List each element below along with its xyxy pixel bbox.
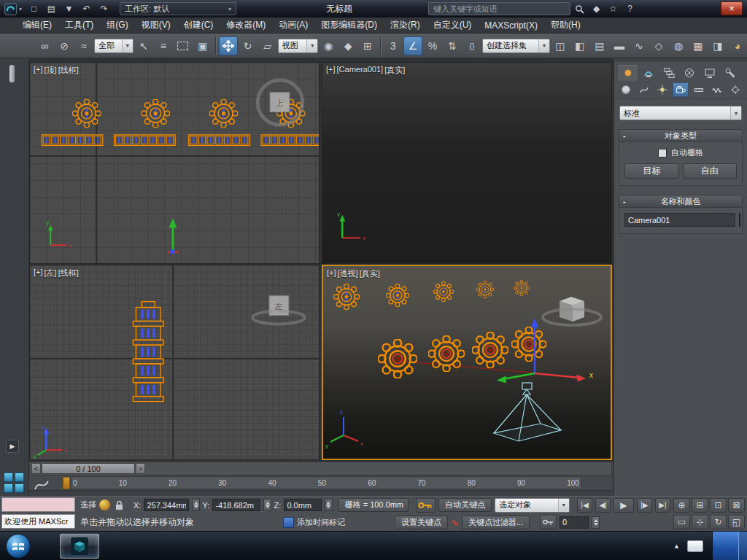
zoom-extents-all-icon[interactable]: ⊠	[728, 498, 745, 513]
category-helpers-icon[interactable]	[690, 82, 707, 97]
x-spinner[interactable]	[192, 499, 199, 511]
filmstrip-object[interactable]	[114, 135, 175, 146]
viewport-pov-button[interactable]: [Camera001]	[337, 65, 384, 76]
object-name-input[interactable]	[624, 213, 735, 227]
rendered-frame-window-icon[interactable]: ◨	[708, 36, 727, 55]
play-animation-button[interactable]: ▶	[614, 498, 634, 513]
rosette-object[interactable]	[333, 284, 359, 309]
key-mode-toggle-icon[interactable]	[540, 515, 557, 529]
track-bar-ruler[interactable]: 0 10 20 30 40 50 60 70 80 90 100	[71, 476, 581, 489]
align-icon[interactable]: ◧	[570, 36, 589, 55]
zoom-region-icon[interactable]: ▭	[673, 515, 690, 529]
selected-filter-dropdown[interactable]: 选定对象 ▾	[495, 498, 570, 513]
keyboard-override-icon[interactable]: ⊞	[358, 36, 377, 55]
menu-item-animation[interactable]: 动画(A)	[272, 17, 314, 34]
category-cameras-icon[interactable]	[673, 82, 689, 97]
sign-in-icon[interactable]: ◆	[589, 1, 604, 16]
camera-object[interactable]	[494, 383, 561, 441]
viewcube[interactable]: 上	[258, 80, 303, 125]
rosette-object[interactable]	[386, 284, 409, 306]
viewport-left[interactable]: 左 z x y [+] [左] [线框]	[29, 265, 320, 460]
viewport-left-canvas[interactable]: 左 z x y	[30, 265, 319, 459]
move-gizmo[interactable]: x	[497, 318, 593, 384]
viewport-camera-canvas[interactable]: y x	[322, 63, 611, 263]
show-hidden-icons-icon[interactable]: ▲	[673, 542, 680, 550]
menu-item-edit[interactable]: 编辑(E)	[16, 17, 58, 34]
start-button[interactable]	[6, 534, 31, 559]
select-and-link-icon[interactable]: ∞	[35, 36, 54, 55]
set-keys-button[interactable]	[416, 498, 436, 513]
time-slider-handle[interactable]: 0 / 100	[42, 463, 135, 474]
viewport-shading-button[interactable]: [线框]	[58, 65, 79, 76]
viewport-menu-button[interactable]: [+]	[326, 65, 336, 76]
viewport-top[interactable]: 上 y x [+] [顶] [线框]	[29, 62, 320, 264]
toolbar-grip[interactable]	[9, 65, 15, 82]
maxscript-mini-listener-input[interactable]	[1, 497, 75, 512]
viewcube[interactable]: 左	[252, 296, 304, 324]
viewport-top-canvas[interactable]: 上 y x	[30, 63, 319, 263]
infocenter-search-input[interactable]	[428, 2, 570, 15]
viewport-pov-button[interactable]: [左]	[44, 268, 57, 279]
tab-utilities[interactable]	[720, 65, 740, 81]
select-and-move-icon[interactable]	[219, 36, 238, 55]
rosette-object[interactable]	[428, 335, 465, 372]
rosette-object[interactable]	[142, 99, 170, 128]
rectangular-selection-region-icon[interactable]	[174, 36, 193, 55]
set-key-button[interactable]: 设置关键点	[395, 516, 448, 529]
category-systems-icon[interactable]	[727, 82, 743, 97]
select-and-rotate-icon[interactable]: ↻	[239, 36, 258, 55]
render-production-icon[interactable]: ◕	[728, 36, 747, 55]
undo-button[interactable]: ↶	[79, 1, 94, 16]
reference-coordinate-dropdown[interactable]: 视图 ▾	[278, 39, 319, 53]
track-bar[interactable]: 0 10 20 30 40 50 60 70 80 90 100	[29, 475, 612, 496]
layer-manager-icon[interactable]: ▤	[590, 36, 609, 55]
menu-item-modifiers[interactable]: 修改器(M)	[220, 17, 272, 34]
taskbar-3dsmax-button[interactable]	[60, 534, 99, 559]
isolate-selection-icon[interactable]	[99, 499, 111, 511]
curve-editor-icon[interactable]: ∿	[630, 36, 649, 55]
mirror-icon[interactable]: ◫	[551, 36, 570, 55]
category-spacewarps-icon[interactable]	[708, 82, 725, 97]
viewport-menu-button[interactable]: [+]	[34, 65, 43, 76]
bind-to-spacewarp-icon[interactable]: ≈	[74, 36, 93, 55]
autogrid-checkbox[interactable]	[658, 149, 667, 158]
menu-item-maxscript[interactable]: MAXScript(X)	[478, 18, 544, 33]
viewport-shading-button[interactable]: [线框]	[58, 268, 79, 279]
expand-panel-button[interactable]: ▶	[6, 440, 19, 453]
selection-filter-dropdown[interactable]: 全部 ▾	[94, 39, 133, 53]
add-time-tag-label[interactable]: 添加时间标记	[297, 517, 345, 528]
viewport-camera[interactable]: y x [+] [Camera001] [真实]	[322, 62, 612, 264]
filmstrip-object[interactable]	[189, 135, 250, 146]
menu-item-rendering[interactable]: 渲染(R)	[384, 17, 427, 34]
menu-item-group[interactable]: 组(G)	[100, 17, 134, 34]
zoom-extents-icon[interactable]: ⊡	[710, 498, 727, 513]
menu-item-customize[interactable]: 自定义(U)	[427, 17, 479, 34]
free-camera-button[interactable]: 自由	[683, 163, 738, 179]
rosette-object[interactable]	[514, 280, 530, 296]
selection-lock-icon[interactable]	[114, 499, 125, 511]
select-by-name-icon[interactable]: ≡	[154, 36, 173, 55]
filmstrip-object[interactable]	[261, 135, 319, 146]
snaps-toggle-icon[interactable]: 3	[384, 36, 403, 55]
y-spinner[interactable]	[263, 499, 271, 511]
y-coordinate-field[interactable]	[212, 499, 260, 511]
z-coordinate-field[interactable]	[284, 499, 322, 511]
schematic-view-icon[interactable]: ◇	[649, 36, 668, 55]
viewport-menu-button[interactable]: [+]	[34, 268, 43, 279]
show-desktop-button[interactable]	[738, 532, 747, 560]
grid-spacing-display[interactable]: 栅格 = 100.0mm	[338, 498, 409, 512]
language-bar-icon[interactable]	[687, 540, 703, 552]
app-menu-button[interactable]: ▾	[2, 3, 24, 15]
viewport-shading-button[interactable]: [真实]	[360, 268, 380, 279]
spinner-snap-icon[interactable]: ⇅	[443, 36, 462, 55]
material-editor-icon[interactable]: ◍	[669, 36, 688, 55]
camera-type-dropdown[interactable]: 标准 ▾	[619, 106, 742, 120]
named-selection-set-dropdown[interactable]: 创建选择集 ▾	[482, 39, 550, 53]
select-and-manipulate-icon[interactable]: ◆	[338, 36, 357, 55]
rosette-object[interactable]	[209, 99, 238, 128]
target-camera-button[interactable]: 目标	[624, 163, 679, 179]
viewport-menu-button[interactable]: [+]	[327, 268, 336, 279]
time-tag-icon[interactable]	[283, 517, 294, 528]
zoom-icon[interactable]: ⊕	[673, 498, 690, 513]
rosette-object[interactable]	[472, 332, 508, 368]
